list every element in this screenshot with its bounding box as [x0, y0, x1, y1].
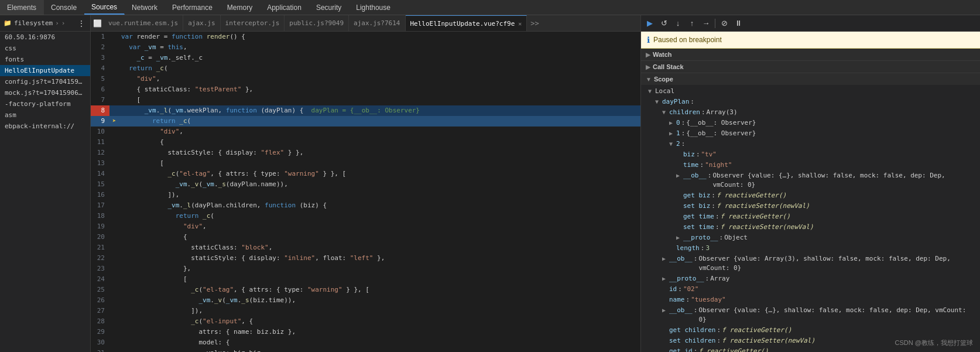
- dayplan-item[interactable]: ▼ dayPlan:: [641, 97, 980, 107]
- tab-elements[interactable]: Elements: [0, 0, 44, 15]
- code-line: 10 "div",: [91, 127, 640, 137]
- file-tab-public[interactable]: public.js?9049: [285, 15, 349, 31]
- proto-item[interactable]: ▶ __proto__: Object: [641, 233, 980, 243]
- file-tab-hello-active[interactable]: HelloElInputUpdate.vue?cf9e ✕: [406, 15, 527, 31]
- tab-memory[interactable]: Memory: [220, 0, 260, 15]
- tab-network[interactable]: Network: [125, 0, 165, 15]
- tab-performance[interactable]: Performance: [165, 0, 220, 15]
- watch-section: ▶ Watch: [641, 49, 980, 61]
- step-into-button[interactable]: ↓: [671, 17, 684, 30]
- expand-arrow: ▶: [669, 129, 676, 138]
- code-line: 27 ]),: [91, 306, 640, 316]
- length-item[interactable]: length: 3: [641, 243, 980, 254]
- code-line: 28 _c("el-input", {: [91, 316, 640, 327]
- file-tab-label: ajax.js?7614: [354, 19, 400, 27]
- expand-arrow: ▼: [662, 108, 669, 117]
- children-item[interactable]: ▼ children: Array(3): [641, 107, 980, 118]
- sidebar-menu-button[interactable]: ⋮: [76, 19, 87, 28]
- code-line: 19 "div",: [91, 221, 640, 232]
- set-biz-item[interactable]: set biz: f reactiveSetter(newVal): [641, 201, 980, 211]
- chevron-right-icon: ▶: [646, 64, 650, 70]
- code-line: 8 _vm._l(_vm.weekPlan, function (dayPlan…: [91, 105, 640, 116]
- file-tabs: ⬜ vue.runtime.esm.js ajax.js interceptor…: [91, 15, 640, 32]
- sidebar-item-ebpack[interactable]: ebpack-internal://: [0, 121, 90, 132]
- file-tab-interceptor[interactable]: interceptor.js: [221, 15, 285, 31]
- sidebar-item-fonts[interactable]: fonts: [0, 54, 90, 65]
- code-line: 9➤ return _c(: [91, 116, 640, 127]
- folder-icon: 📁: [4, 19, 12, 27]
- paused-banner: ℹ Paused on breakpoint: [641, 32, 980, 49]
- more-tabs-button[interactable]: >>: [527, 19, 542, 28]
- child-1-item[interactable]: ▶ 1: {__ob__: Observer}: [641, 128, 980, 139]
- watch-header[interactable]: ▶ Watch: [641, 49, 980, 60]
- chevron-down-icon: ▼: [646, 76, 652, 83]
- get-children-item[interactable]: get children: f reactiveGetter(): [641, 325, 980, 336]
- scope-header[interactable]: ▼ Scope: [641, 73, 980, 85]
- tab-security[interactable]: Security: [309, 0, 349, 15]
- file-tab-label: public.js?9049: [289, 19, 344, 27]
- sidebar-item-config[interactable]: config.js?t=1704159068690: [0, 76, 90, 87]
- main-layout: 📁 filesystem › › ⋮ 60.50.16:9876 css fon…: [0, 15, 980, 352]
- scope-tree: ▼ Local ▼ dayPlan: ▼ children:: [641, 85, 980, 352]
- editor-area: ⬜ vue.runtime.esm.js ajax.js interceptor…: [91, 15, 640, 352]
- step-out-button[interactable]: ↑: [686, 17, 698, 30]
- sidebar-item-mock[interactable]: mock.js?t=17041590686 90: [0, 87, 90, 98]
- top-tabs-bar: Elements Console Sources Network Perform…: [0, 0, 980, 15]
- biz-item[interactable]: biz: "tv": [641, 149, 980, 160]
- ob-item[interactable]: ▶ __ob__: Observer {value: {…}, shallow:…: [641, 170, 980, 190]
- expand-arrow: ▶: [676, 233, 683, 242]
- id-item[interactable]: id: "02": [641, 284, 980, 295]
- name-item[interactable]: name: "tuesday": [641, 295, 980, 305]
- code-line: 16 ]),: [91, 190, 640, 200]
- local-item[interactable]: ▼ Local: [641, 86, 980, 97]
- code-line: 31 value: biz.biz,: [91, 348, 640, 352]
- proto-array-item[interactable]: ▶ __proto__: Array: [641, 274, 980, 284]
- file-tab-ajax[interactable]: ajax.js: [183, 15, 220, 31]
- sidebar-item-factory[interactable]: -factory-platform: [0, 98, 90, 110]
- child-0-item[interactable]: ▶ 0: {__ob__: Observer}: [641, 118, 980, 128]
- callstack-header[interactable]: ▶ Call Stack: [641, 61, 980, 73]
- resume-button[interactable]: ▶: [643, 17, 656, 30]
- code-line: 7 [: [91, 95, 640, 105]
- callstack-section: ▶ Call Stack: [641, 61, 980, 73]
- dayplan-ob-item[interactable]: ▶ __ob__: Observer {value: Array(3), sha…: [641, 254, 980, 274]
- time-item[interactable]: time: "night": [641, 160, 980, 170]
- code-line: 3 _c = _vm._self._c: [91, 53, 640, 63]
- code-editor[interactable]: 1var render = function render() { 2 var …: [91, 32, 640, 352]
- step-over-button[interactable]: ↺: [657, 17, 670, 30]
- debug-toolbar: ▶ ↺ ↓ ↑ → ⊘ ⏸: [641, 15, 980, 32]
- scope-section: ▼ Scope ▼ Local ▼ dayPlan:: [641, 73, 980, 352]
- watermark: CSDN @教练，我想打篮球: [895, 339, 973, 347]
- ob3-item[interactable]: ▶ __ob__: Observer {value: {…}, shallow:…: [641, 305, 980, 325]
- right-panel: ▶ ↺ ↓ ↑ → ⊘ ⏸ ℹ Paused on breakpoint ▶ W…: [640, 15, 980, 352]
- file-type-icon: ⬜: [91, 15, 104, 32]
- file-sidebar: 📁 filesystem › › ⋮ 60.50.16:9876 css fon…: [0, 15, 91, 352]
- sidebar-item-ip[interactable]: 60.50.16:9876: [0, 32, 90, 43]
- sidebar-item-hello[interactable]: HelloElInputUpdate: [0, 65, 90, 76]
- sidebar-header: 📁 filesystem › › ⋮: [0, 15, 90, 32]
- expand-arrow: ▶: [662, 274, 669, 283]
- code-line: 23 },: [91, 264, 640, 274]
- deactivate-breakpoints-button[interactable]: ⊘: [718, 17, 731, 30]
- file-tab-vue-runtime[interactable]: vue.runtime.esm.js: [104, 15, 183, 31]
- tab-lighthouse[interactable]: Lighthouse: [349, 0, 398, 15]
- pause-on-exceptions-button[interactable]: ⏸: [732, 17, 745, 30]
- tab-application[interactable]: Application: [260, 0, 309, 15]
- close-tab-icon[interactable]: ✕: [518, 20, 522, 27]
- expand-arrow: ▶: [662, 254, 669, 264]
- sidebar-item-css[interactable]: css: [0, 43, 90, 54]
- file-tab-ajax2[interactable]: ajax.js?7614: [349, 15, 405, 31]
- expand-arrow: ▼: [669, 139, 676, 149]
- child-2-item[interactable]: ▼ 2:: [641, 139, 980, 149]
- sidebar-item-asm[interactable]: asm: [0, 110, 90, 121]
- get-time-item[interactable]: get time: f reactiveGetter(): [641, 211, 980, 222]
- chevron-right-icon: ▶: [646, 52, 650, 58]
- code-line: 14 _c("el-tag", { attrs: { type: "warnin…: [91, 169, 640, 179]
- code-line: 12 staticStyle: { display: "flex" } },: [91, 148, 640, 158]
- set-time-item[interactable]: set time: f reactiveSetter(newVal): [641, 222, 980, 233]
- step-button[interactable]: →: [700, 17, 712, 30]
- tab-sources[interactable]: Sources: [84, 0, 125, 15]
- code-line: 13 [: [91, 158, 640, 169]
- tab-console[interactable]: Console: [44, 0, 84, 15]
- get-biz-item[interactable]: get biz: f reactiveGetter(): [641, 190, 980, 201]
